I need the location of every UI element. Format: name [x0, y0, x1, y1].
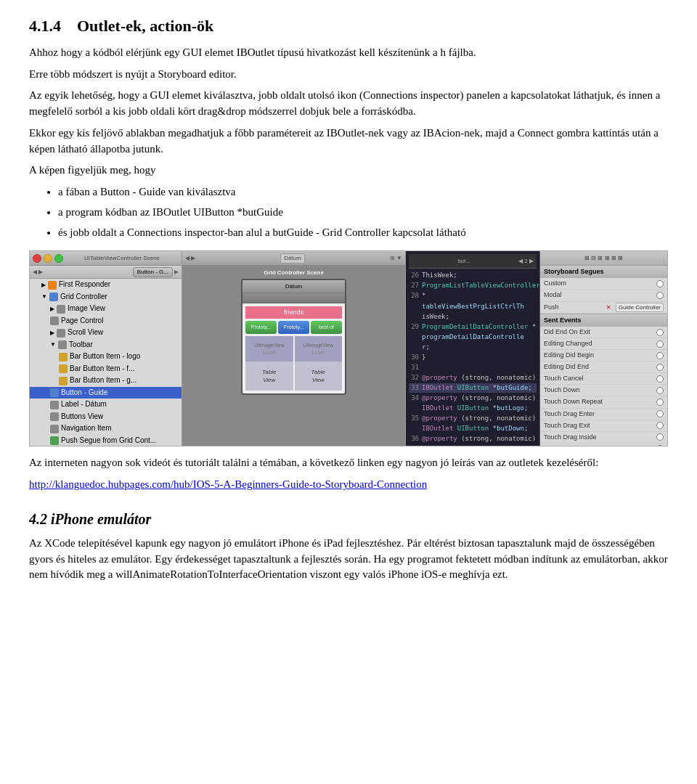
toolbar-area [242, 293, 345, 303]
tree-item-first-responder[interactable]: ▶First Responder [30, 279, 182, 291]
tree-item-label-datum[interactable]: Label - Dátum [30, 399, 182, 411]
event-drag-exit-circle[interactable] [656, 422, 664, 429]
window-controls: UITableViewController Scene [30, 251, 182, 266]
tree-item-bar-btn-logo[interactable]: Bar Button Item - logo [30, 351, 182, 363]
inspector-topbar: ⊞ ⊟ ⊞ ⊞ ⊞ ⊞ [540, 251, 667, 266]
event-editing-begin: Editing Did Begin [540, 350, 667, 362]
tree-breadcrumb: ◀ ▶ Button - G... ▶ [30, 266, 182, 279]
paragraph-5: A képen figyeljük meg, hogy [29, 163, 668, 179]
image-view-1: UIImageView Label [245, 336, 293, 362]
scene-label: Grid Controller Scene [182, 269, 405, 277]
paragraph-7: Az XCode telepítésével kapunk egy nagyon… [29, 536, 668, 583]
close-btn[interactable] [33, 254, 41, 263]
tree-item-bar-btn-g[interactable]: Bar Button Item - g... [30, 375, 182, 387]
segue-modal-circle[interactable] [656, 292, 664, 299]
event-touch-cancel-circle[interactable] [656, 375, 664, 383]
tree-panel: UITableViewController Scene ◀ ▶ Button -… [30, 251, 182, 446]
event-touch-down-circle[interactable] [656, 387, 664, 394]
segues-section: Storyboard Segues Custom Modal Push ✕ Gu… [540, 266, 667, 314]
tree-item-toolbar[interactable]: ▼Toolbar [30, 339, 182, 351]
pink-date-box: friends [245, 306, 342, 319]
prototy-btn-2[interactable]: Prototy... [278, 321, 309, 334]
storyboard-canvas: ◀ ▶ Dátum ⊞ ▼ Grid Controller Scene Dátu… [182, 251, 406, 446]
event-touch-down: Touch Down [540, 385, 667, 396]
paragraph-4: Ekkor egy kis feljövő ablakban megadhatj… [29, 126, 668, 158]
image-row: UIImageView Label UIImageView Label [245, 336, 342, 362]
event-drag-enter-circle[interactable] [656, 410, 664, 417]
code-panel: but... ◀ 2 ▶ 26‌ThisWeek; 27ProgramListT… [406, 251, 540, 446]
segues-header: Storyboard Segues [540, 266, 667, 278]
event-drag-inside: Touch Drag Inside [540, 432, 667, 444]
segue-modal: Modal [540, 290, 667, 301]
link-paragraph: http://klanguedoc.hubpages.com/hub/IOS-5… [29, 477, 668, 493]
screenshot-container: UITableViewController Scene ◀ ▶ Button -… [29, 250, 668, 446]
event-drag-outside: Touch Drag Outside [540, 444, 667, 446]
segue-custom-circle[interactable] [656, 280, 664, 287]
tree-item-buttons-view[interactable]: Buttons View [30, 411, 182, 423]
tree-item-image-view[interactable]: ▶Image View [30, 303, 182, 315]
maximize-btn[interactable] [54, 254, 63, 263]
bullet-item-3: és jobb oldalt a Connections inspector-b… [58, 225, 668, 241]
section-heading: 4.1.4 Outlet-ek, action-ök [29, 15, 668, 38]
event-editing-begin-circle[interactable] [656, 352, 664, 359]
table-view-1: Table View [245, 362, 293, 391]
segue-push-connection: Guide Controller [616, 303, 664, 313]
event-editing-changed: Editing Changed [540, 338, 667, 350]
event-editing-end-circle[interactable] [656, 364, 664, 371]
canvas-topbar: ◀ ▶ Dátum ⊞ ▼ [182, 251, 405, 266]
minimize-btn[interactable] [44, 254, 52, 263]
event-touch-down-repeat: Touch Down Repeat [540, 396, 667, 408]
tree-item-page-control[interactable]: Page Control [30, 315, 182, 327]
nav-bar: Dátum [242, 280, 345, 293]
bc-button[interactable]: Button - G... [133, 267, 173, 277]
tree-item-button-guide[interactable]: Button - Guide [30, 387, 182, 399]
event-editing-changed-circle[interactable] [656, 340, 664, 348]
bullet-item-2: a program kódban az IBOutlet UIButton *b… [58, 205, 668, 221]
event-did-end-circle[interactable] [656, 329, 664, 336]
sent-events-section: Sent Events Did End On Exit Editing Chan… [540, 314, 667, 446]
segue-custom: Custom [540, 278, 667, 290]
paragraph-1: Ahhoz hogy a kódból elérjünk egy GUI ele… [29, 45, 668, 61]
event-drag-enter: Touch Drag Enter [540, 409, 667, 420]
segue-push: Push ✕ Guide Controller [540, 302, 667, 314]
tree-item-scroll-view[interactable]: ▶Scroll View [30, 327, 182, 339]
event-touch-down-repeat-circle[interactable] [656, 399, 664, 406]
paragraph-6: Az interneten nagyon sok videót és tutor… [29, 455, 668, 471]
prototy-btn-3[interactable]: best of [311, 321, 342, 334]
subsection-heading: 4.2 iPhone emulátor [29, 509, 668, 530]
bullet-list: a fában a Button - Guide van kiválasztva… [58, 184, 668, 240]
code-topbar: but... ◀ 2 ▶ [409, 254, 537, 269]
event-did-end: Did End On Exit [540, 327, 667, 338]
connections-inspector: ⊞ ⊟ ⊞ ⊞ ⊞ ⊞ Storyboard Segues Custom Mod… [540, 251, 667, 446]
tree-item-bar-btn-f[interactable]: Bar Button Item - f... [30, 363, 182, 375]
table-view-2: Table View [295, 362, 343, 391]
prototy-btn-1[interactable]: Prototy... [245, 321, 277, 334]
code-content: 26‌ThisWeek; 27ProgramListTableViewContr… [409, 269, 537, 446]
table-group: Table View Table View [245, 362, 342, 391]
iphone-mockup: Dátum friends Prototy... Prototy... best… [241, 279, 346, 395]
bullet-item-1: a fában a Button - Guide van kiválasztva [58, 184, 668, 200]
paragraph-3: Az egyik lehetőség, hogy a GUI elemet ki… [29, 88, 668, 120]
event-editing-end: Editing Did End [540, 362, 667, 373]
image-view-2: UIImageView Label [295, 336, 343, 362]
tree-item-grid-controller[interactable]: ▼Grid Controller [30, 291, 182, 303]
sent-events-header: Sent Events [540, 314, 667, 327]
segue-push-x[interactable]: ✕ [606, 303, 611, 312]
paragraph-2: Erre több módszert is nyújt a Storyboard… [29, 67, 668, 83]
tree-item-push-segue-1[interactable]: Push Segue from Grid Cont... [30, 435, 182, 446]
event-drag-outside-circle[interactable] [656, 445, 664, 446]
tree-item-nav-item[interactable]: Navigation Item [30, 422, 182, 435]
friends-buttons: Prototy... Prototy... best of [245, 321, 342, 334]
event-drag-exit: Touch Drag Exit [540, 420, 667, 432]
reference-link[interactable]: http://klanguedoc.hubpages.com/hub/IOS-5… [29, 478, 427, 490]
event-drag-inside-circle[interactable] [656, 433, 664, 441]
content-area: friends Prototy... Prototy... best of UI… [242, 303, 345, 393]
event-touch-cancel: Touch Cancel [540, 373, 667, 385]
